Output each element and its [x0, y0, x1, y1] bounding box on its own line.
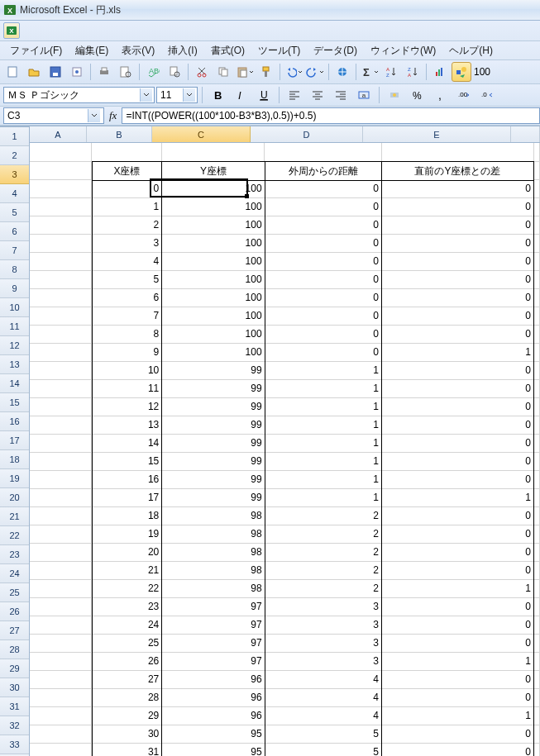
formula-input[interactable]: =INT((POWER((100*100-B3*B3),0.5))+0.5)	[122, 107, 540, 124]
menu-help[interactable]: ヘルプ(H)	[442, 42, 499, 59]
cell-B27[interactable]: 24	[92, 616, 163, 635]
cell-E31[interactable]: 0	[382, 688, 534, 707]
cell-B13[interactable]: 10	[92, 361, 163, 380]
cell-C30[interactable]: 96	[162, 670, 265, 689]
cell-D31[interactable]: 4	[265, 688, 382, 707]
cell-D10[interactable]: 0	[265, 307, 382, 326]
cell-C15[interactable]: 99	[162, 397, 265, 416]
row-header-4[interactable]: 4	[0, 184, 29, 203]
cell-B17[interactable]: 14	[92, 434, 163, 453]
row-header-28[interactable]: 28	[0, 640, 29, 659]
cell-D18[interactable]: 1	[265, 452, 382, 471]
cell-A15[interactable]	[30, 397, 92, 416]
column-header-A[interactable]: A	[30, 126, 87, 142]
cell-A22[interactable]	[30, 525, 92, 544]
comma-icon[interactable]: ,	[431, 85, 451, 105]
permission-icon[interactable]	[67, 62, 87, 82]
cell-D29[interactable]: 3	[265, 652, 382, 671]
cell-D33[interactable]: 5	[265, 725, 382, 744]
row-header-26[interactable]: 26	[0, 602, 29, 621]
cell-C25[interactable]: 98	[162, 579, 265, 598]
cell-D22[interactable]: 2	[265, 525, 382, 544]
cell-E23[interactable]: 0	[382, 543, 534, 562]
cell-D8[interactable]: 0	[265, 270, 382, 289]
cell-A4[interactable]	[30, 197, 92, 216]
cell-C9[interactable]: 100	[162, 288, 265, 307]
increase-decimal-icon[interactable]: .00	[454, 85, 474, 105]
cell-D12[interactable]: 0	[265, 343, 382, 362]
cell-C3[interactable]: 100	[162, 179, 265, 198]
redo-icon[interactable]	[305, 62, 325, 82]
row-header-20[interactable]: 20	[0, 488, 29, 507]
cell-D4[interactable]: 0	[265, 197, 382, 216]
cell-B34[interactable]: 31	[92, 743, 163, 756]
row-header-9[interactable]: 9	[0, 279, 29, 298]
cell-B29[interactable]: 26	[92, 652, 163, 671]
align-center-icon[interactable]	[308, 85, 327, 105]
cell-E29[interactable]: 1	[382, 652, 534, 671]
cell-B5[interactable]: 2	[92, 216, 163, 235]
cell-B32[interactable]: 29	[92, 706, 163, 725]
cell-D30[interactable]: 4	[265, 670, 382, 689]
row-header-22[interactable]: 22	[0, 526, 29, 545]
cell-C2[interactable]: Y座標	[162, 161, 265, 181]
paste-icon[interactable]	[235, 62, 255, 82]
cell-E2[interactable]: 直前のY座標との差	[382, 161, 534, 181]
cell-E6[interactable]: 0	[382, 234, 534, 253]
row-header-24[interactable]: 24	[0, 564, 29, 583]
chart-wizard-icon[interactable]	[430, 62, 450, 82]
cell-C23[interactable]: 98	[162, 543, 265, 562]
cell-D28[interactable]: 3	[265, 634, 382, 653]
cell-A12[interactable]	[30, 343, 92, 362]
row-header-17[interactable]: 17	[0, 431, 29, 450]
currency-icon[interactable]	[385, 85, 404, 105]
cell-B16[interactable]: 13	[92, 416, 163, 435]
row-header-15[interactable]: 15	[0, 393, 29, 412]
cell-C21[interactable]: 98	[162, 506, 265, 525]
cell-E7[interactable]: 0	[382, 252, 534, 271]
name-box[interactable]: C3	[3, 107, 104, 124]
cell-C8[interactable]: 100	[162, 270, 265, 289]
open-icon[interactable]	[24, 62, 44, 82]
cell-D20[interactable]: 1	[265, 488, 382, 507]
cell-A30[interactable]	[30, 670, 92, 689]
cell-A5[interactable]	[30, 216, 92, 235]
row-header-11[interactable]: 11	[0, 317, 29, 336]
cell-C22[interactable]: 98	[162, 525, 265, 544]
menu-window[interactable]: ウィンドウ(W)	[364, 42, 442, 59]
cell-A23[interactable]	[30, 543, 92, 562]
italic-icon[interactable]: I	[231, 85, 251, 105]
cell-A3[interactable]	[30, 179, 92, 198]
cell-B11[interactable]: 8	[92, 325, 163, 344]
column-header-B[interactable]: B	[87, 126, 152, 142]
cell-E25[interactable]: 1	[382, 579, 534, 598]
cell-B2[interactable]: X座標	[92, 161, 163, 181]
spelling-icon[interactable]: ABC	[143, 62, 163, 82]
save-icon[interactable]	[45, 62, 65, 82]
column-header-C[interactable]: C	[152, 126, 251, 142]
cell-E22[interactable]: 0	[382, 525, 534, 544]
cell-B14[interactable]: 11	[92, 379, 163, 398]
cell-A33[interactable]	[30, 725, 92, 744]
cell-E19[interactable]: 0	[382, 470, 534, 489]
cell-E27[interactable]: 0	[382, 616, 534, 635]
row-header-6[interactable]: 6	[0, 222, 29, 241]
cell-B31[interactable]: 28	[92, 688, 163, 707]
cell-A10[interactable]	[30, 307, 92, 326]
cell-A26[interactable]	[30, 597, 92, 616]
cell-D9[interactable]: 0	[265, 288, 382, 307]
cell-E20[interactable]: 1	[382, 488, 534, 507]
cell-B12[interactable]: 9	[92, 343, 163, 362]
cell-A29[interactable]	[30, 652, 92, 671]
cell-A6[interactable]	[30, 234, 92, 253]
align-right-icon[interactable]	[331, 85, 351, 105]
workbook-icon[interactable]: X	[3, 22, 20, 39]
row-header-14[interactable]: 14	[0, 374, 29, 393]
research-icon[interactable]	[165, 62, 184, 82]
cell-B7[interactable]: 4	[92, 252, 163, 271]
cell-E3[interactable]: 0	[382, 179, 534, 198]
cell-E21[interactable]: 0	[382, 506, 534, 525]
cell-A21[interactable]	[30, 506, 92, 525]
cell-B1[interactable]	[92, 143, 162, 162]
print-preview-icon[interactable]	[116, 62, 136, 82]
